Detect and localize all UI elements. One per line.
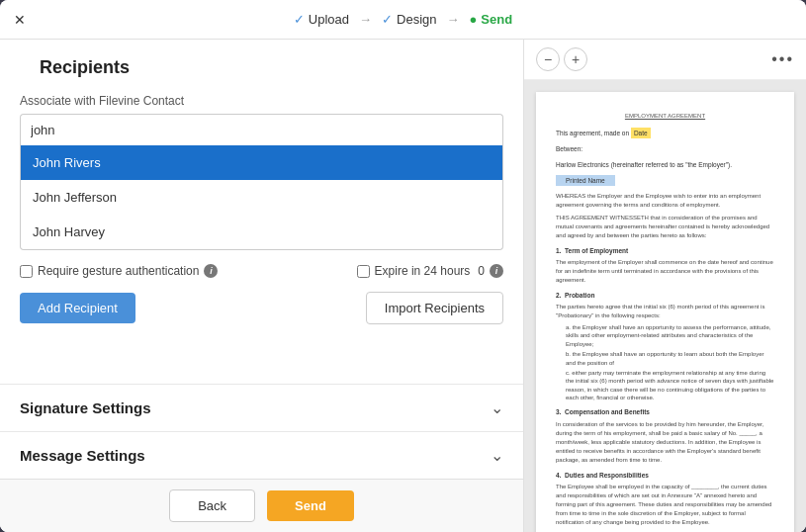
dropdown-item-1[interactable]: John Jefferson (21, 180, 502, 215)
signature-settings-title: Signature Settings (20, 399, 151, 416)
bullet-a: a. the Employer shall have an opportunit… (566, 323, 774, 348)
step-design: ✓ Design (382, 12, 436, 27)
doc-witnesseth: THIS AGREEMENT WITNESSETH that in consid… (556, 214, 774, 240)
doc-whereas: WHEREAS the Employer and the Employee wi… (556, 192, 774, 210)
name-placeholder: Printed Name (556, 175, 615, 186)
section-3-title: 3. Compensation and Benefits (556, 407, 774, 416)
step-upload: ✓ Upload (294, 12, 349, 27)
upload-check-icon: ✓ (294, 12, 305, 27)
section-4-title: 4. Duties and Responsibilities (556, 471, 774, 480)
right-panel: − + ••• EMPLOYMENT AGREEMENT This agreem… (524, 40, 806, 532)
design-check-icon: ✓ (382, 12, 393, 27)
arrow-2: → (447, 12, 460, 27)
upload-label: Upload (309, 12, 349, 27)
doc-menu-button[interactable]: ••• (771, 50, 794, 68)
add-recipient-button[interactable]: Add Recipient (20, 293, 135, 323)
gesture-option[interactable]: Require gesture authentication i (20, 264, 218, 278)
gesture-info-icon[interactable]: i (204, 264, 218, 278)
search-input[interactable] (20, 114, 503, 145)
expire-value: 0 (478, 264, 485, 278)
doc-preview: EMPLOYMENT AGREEMENT This agreement, mad… (524, 80, 806, 532)
expire-option[interactable]: Expire in 24 hours 0 i (357, 264, 503, 278)
left-panel: Recipients Associate with Filevine Conta… (0, 40, 524, 532)
section-1-body: The employment of the Employer shall com… (556, 258, 774, 285)
panel-title: Recipients (20, 40, 503, 90)
doc-toolbar: − + ••• (524, 40, 806, 80)
section-2-title: 2. Probation (556, 291, 774, 300)
gesture-label: Require gesture authentication (38, 264, 199, 278)
send-button[interactable]: Send (267, 490, 354, 521)
doc-between: Between: (556, 144, 774, 153)
footer: Back Send (0, 479, 523, 532)
message-settings-section[interactable]: Message Settings ⌄ (0, 431, 523, 479)
date-field: Date (631, 128, 651, 138)
options-row: Require gesture authentication i Expire … (20, 264, 503, 278)
back-button[interactable]: Back (169, 489, 255, 522)
doc-header: EMPLOYMENT AGREEMENT (556, 112, 774, 120)
close-button[interactable]: ✕ (14, 12, 26, 28)
gesture-checkbox[interactable] (20, 265, 33, 278)
zoom-out-button[interactable]: − (536, 47, 560, 71)
design-label: Design (397, 12, 436, 27)
signature-chevron-icon: ⌄ (491, 399, 503, 417)
buttons-row: Add Recipient Import Recipients (20, 292, 503, 324)
import-recipients-button[interactable]: Import Recipients (366, 292, 503, 324)
zoom-controls: − + (536, 47, 587, 71)
bullet-b: b. the Employee shall have an opportunit… (566, 350, 774, 367)
send-check-icon: ● (470, 12, 478, 27)
expire-checkbox[interactable] (357, 265, 370, 278)
send-label: Send (481, 12, 512, 27)
doc-page: EMPLOYMENT AGREEMENT This agreement, mad… (536, 92, 794, 532)
contact-dropdown: John Rivers John Jefferson John Harvey (20, 145, 503, 250)
step-send: ● Send (470, 12, 513, 27)
section-2-body: The parties hereto agree that the initia… (556, 303, 774, 320)
steps-container: ✓ Upload → ✓ Design → ● Send (294, 12, 512, 27)
expire-info-icon[interactable]: i (490, 264, 503, 278)
search-container: John Rivers John Jefferson John Harvey (20, 114, 503, 250)
zoom-in-button[interactable]: + (564, 47, 587, 71)
doc-intro: This agreement, made on Date (556, 128, 774, 138)
section-4-body: The Employee shall be employed in the ca… (556, 483, 774, 527)
expire-label: Expire in 24 hours (375, 264, 471, 278)
doc-employer: Harlow Electronics (hereinafter referred… (556, 160, 774, 169)
arrow-1: → (359, 12, 372, 27)
signature-settings-section[interactable]: Signature Settings ⌄ (0, 384, 523, 431)
dropdown-item-2[interactable]: John Harvey (21, 215, 502, 249)
bullet-c: c. either party may terminate the employ… (566, 369, 774, 402)
doc-name-field: Printed Name (556, 175, 774, 186)
associate-label: Associate with Filevine Contact (20, 94, 503, 108)
top-nav: ✕ ✓ Upload → ✓ Design → ● Send (0, 0, 806, 40)
dropdown-item-0[interactable]: John Rivers (21, 145, 502, 180)
section-1-title: 1. Term of Employment (556, 246, 774, 255)
message-chevron-icon: ⌄ (491, 446, 503, 465)
section-3-body: In consideration of the services to be p… (556, 420, 774, 465)
message-settings-title: Message Settings (20, 447, 145, 464)
